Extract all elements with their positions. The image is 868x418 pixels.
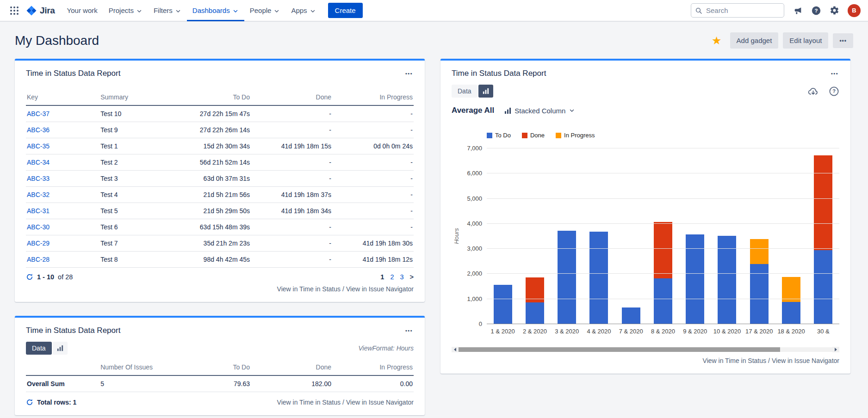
chart-y-axis: 01,0002,0003,0004,0005,0006,0007,000 <box>461 148 487 324</box>
x-axis-tick-label: 18 & 2020 <box>775 324 807 335</box>
table-row: ABC-29 Test 7 35d 21h 2m 23s - 41d 19h 1… <box>26 235 414 252</box>
scroll-left-button[interactable] <box>452 347 459 352</box>
nav-item-projects[interactable]: Projects <box>103 0 148 21</box>
issue-key-link[interactable]: ABC-34 <box>27 159 50 166</box>
favorite-star-icon[interactable]: ★ <box>712 35 722 46</box>
app-switcher-icon[interactable] <box>7 4 21 18</box>
y-axis-tick-label: 7,000 <box>467 145 482 152</box>
chart-gridline <box>487 223 839 224</box>
dashboard-more-button[interactable]: ••• <box>833 33 853 48</box>
done-cell: - <box>251 252 332 268</box>
help-icon[interactable]: ? <box>811 6 821 16</box>
gadget-menu-button[interactable]: ••• <box>830 69 839 78</box>
inprogress-cell: - <box>332 219 414 235</box>
todo-cell: 21d 5h 21m 56s <box>169 187 251 203</box>
inprogress-cell: 41d 19h 18m 12s <box>332 252 414 268</box>
bar-group <box>807 148 839 324</box>
gadget-menu-button[interactable]: ••• <box>404 69 414 78</box>
bar-segment-to-do[interactable] <box>589 232 608 324</box>
chart-type-dropdown[interactable]: Stacked Column <box>504 107 575 115</box>
chart-horizontal-scrollbar[interactable] <box>452 347 839 352</box>
view-in-time-in-status-link[interactable]: View in Time in Status <box>277 285 341 293</box>
bar-segment-to-do[interactable] <box>750 264 769 324</box>
help-icon[interactable]: ? <box>829 86 839 97</box>
bar-segment-to-do[interactable] <box>718 236 736 324</box>
nav-item-apps[interactable]: Apps <box>285 0 321 21</box>
scrollbar-track[interactable] <box>459 347 832 352</box>
scrollbar-thumb[interactable] <box>459 347 780 352</box>
bar-segment-to-do[interactable] <box>526 302 544 324</box>
nav-item-people[interactable]: People <box>244 0 286 21</box>
y-axis-tick-label: 2,000 <box>467 270 482 277</box>
page-number-current[interactable]: 1 <box>380 273 384 281</box>
link-separator: / <box>768 357 770 364</box>
nav-item-dashboards[interactable]: Dashboards <box>187 0 244 21</box>
nav-item-your-work[interactable]: Your work <box>62 0 103 21</box>
issue-key-link[interactable]: ABC-36 <box>27 126 50 134</box>
chart-gridline <box>487 324 839 324</box>
search-box <box>691 3 784 18</box>
chart-x-labels: 1 & 20202 & 20203 & 20204 & 20207 & 2020… <box>487 324 839 335</box>
bar-group <box>679 148 711 324</box>
issue-key-link[interactable]: ABC-29 <box>27 240 50 247</box>
refresh-icon[interactable] <box>26 273 33 281</box>
bar-segment-to-do[interactable] <box>558 231 576 324</box>
bar-segment-to-do[interactable] <box>494 285 512 324</box>
issue-key-link[interactable]: ABC-32 <box>27 191 50 198</box>
gadget-menu-button[interactable]: ••• <box>404 326 414 335</box>
bar-segment-to-do[interactable] <box>814 250 832 324</box>
bar-segment-done[interactable] <box>814 155 832 250</box>
y-axis-tick-label: 6,000 <box>467 170 482 177</box>
view-in-issue-navigator-link[interactable]: View in Issue Navigator <box>346 285 414 293</box>
data-view-tab[interactable]: Data <box>26 342 52 355</box>
page-number-link[interactable]: 2 <box>390 273 394 281</box>
view-in-time-in-status-link[interactable]: View in Time in Status <box>703 357 766 364</box>
settings-gear-icon[interactable] <box>830 6 839 15</box>
bar-chart-icon <box>57 345 63 351</box>
summary-cell: Test 1 <box>99 138 169 154</box>
issue-key-link[interactable]: ABC-35 <box>27 142 50 150</box>
x-axis-tick-label: 4 & 2020 <box>583 324 615 335</box>
edit-layout-button[interactable]: Edit layout <box>783 32 828 49</box>
bar-segment-done[interactable] <box>654 222 672 278</box>
view-in-time-in-status-link[interactable]: View in Time in Status <box>277 399 341 406</box>
user-avatar[interactable]: B <box>848 4 861 17</box>
chart-type-icon <box>504 107 511 114</box>
jira-logo[interactable]: Jira <box>26 5 55 16</box>
done-cell: 182.00 <box>251 375 332 392</box>
bar-chart-icon <box>483 88 489 94</box>
summary-cell: Test 10 <box>99 105 169 122</box>
view-format-label: ViewFormat: Hours <box>358 344 414 352</box>
issue-key-link[interactable]: ABC-31 <box>27 207 50 215</box>
summary-table: Number Of Issues To Do Done In Progress … <box>26 359 414 392</box>
scroll-right-button[interactable] <box>832 347 839 352</box>
view-in-issue-navigator-link[interactable]: View in Issue Navigator <box>772 357 839 364</box>
inprogress-cell: 0.00 <box>332 375 414 392</box>
next-page-button[interactable]: > <box>410 273 414 281</box>
bar-segment-to-do[interactable] <box>622 307 640 324</box>
view-in-issue-navigator-link[interactable]: View in Issue Navigator <box>346 399 414 406</box>
bar-segment-in-progress[interactable] <box>750 239 769 264</box>
refresh-icon[interactable] <box>26 399 33 406</box>
issue-key-link[interactable]: ABC-28 <box>27 256 50 263</box>
done-cell: - <box>251 105 332 122</box>
create-button[interactable]: Create <box>328 3 363 18</box>
search-input[interactable] <box>691 3 784 18</box>
x-axis-tick-label: 17 & 2020 <box>743 324 775 335</box>
issue-key-link[interactable]: ABC-37 <box>27 110 50 117</box>
bar-segment-to-do[interactable] <box>654 278 672 324</box>
issue-key-link[interactable]: ABC-33 <box>27 175 50 182</box>
issue-key-link[interactable]: ABC-30 <box>27 223 50 231</box>
add-gadget-button[interactable]: Add gadget <box>730 32 779 49</box>
summary-cell: Test 9 <box>99 122 169 138</box>
bar-segment-to-do[interactable] <box>686 234 704 324</box>
announcement-icon[interactable] <box>793 6 803 16</box>
chart-view-tab[interactable] <box>478 85 493 98</box>
nav-item-label: Dashboards <box>192 6 230 14</box>
download-icon[interactable] <box>808 86 818 97</box>
bar-segment-to-do[interactable] <box>782 302 800 324</box>
nav-item-filters[interactable]: Filters <box>148 0 187 21</box>
page-number-link[interactable]: 3 <box>400 273 403 281</box>
chart-view-tab[interactable] <box>53 342 68 355</box>
data-view-tab[interactable]: Data <box>452 85 477 98</box>
